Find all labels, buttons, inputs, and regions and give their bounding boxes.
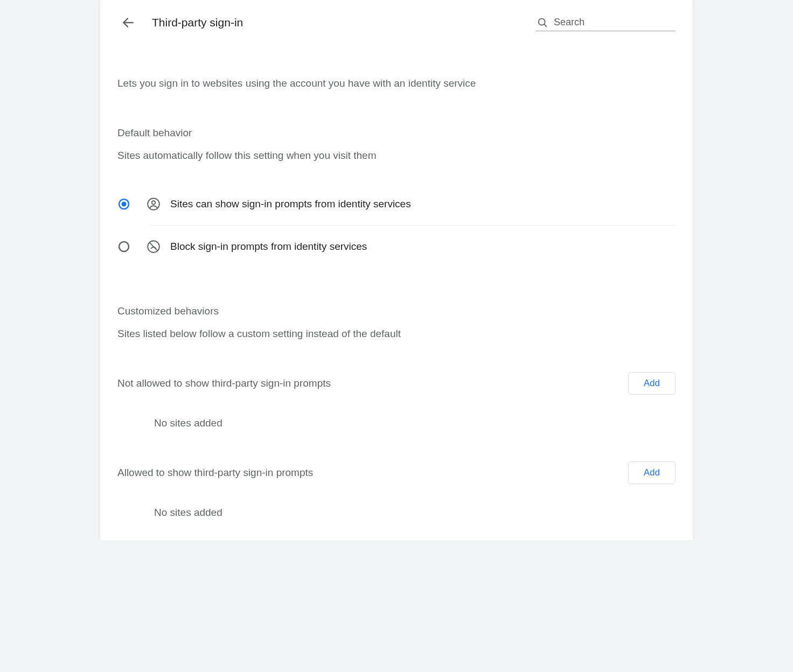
arrow-left-icon bbox=[121, 16, 135, 30]
person-circle-icon bbox=[147, 197, 161, 211]
radio-option-allow[interactable]: Sites can show sign-in prompts from iden… bbox=[117, 183, 676, 225]
search-icon bbox=[537, 17, 548, 29]
allowed-label: Allowed to show third-party sign-in prom… bbox=[117, 467, 313, 479]
not-allowed-empty: No sites added bbox=[154, 417, 676, 429]
search-field[interactable] bbox=[535, 15, 676, 31]
allowed-empty: No sites added bbox=[154, 507, 676, 519]
radio-selected-icon bbox=[117, 198, 130, 211]
radio-option-block[interactable]: Block sign-in prompts from identity serv… bbox=[117, 226, 676, 268]
default-behavior-title: Default behavior bbox=[117, 127, 676, 139]
default-behavior-options: Sites can show sign-in prompts from iden… bbox=[117, 183, 676, 268]
page-title: Third-party sign-in bbox=[152, 16, 523, 29]
settings-panel: Third-party sign-in Lets you sign in to … bbox=[100, 0, 693, 540]
back-button[interactable] bbox=[117, 12, 139, 33]
allowed-row: Allowed to show third-party sign-in prom… bbox=[117, 461, 676, 484]
not-allowed-row: Not allowed to show third-party sign-in … bbox=[117, 372, 676, 395]
not-allowed-label: Not allowed to show third-party sign-in … bbox=[117, 377, 331, 389]
svg-line-2 bbox=[544, 24, 546, 26]
add-not-allowed-button[interactable]: Add bbox=[628, 372, 676, 395]
search-input[interactable] bbox=[554, 17, 679, 28]
page-description: Lets you sign in to websites using the a… bbox=[117, 78, 676, 89]
svg-point-4 bbox=[122, 202, 127, 207]
svg-point-7 bbox=[119, 242, 129, 251]
radio-unselected-icon bbox=[117, 240, 130, 253]
customized-behaviors-subtitle: Sites listed below follow a custom setti… bbox=[117, 328, 676, 340]
radio-option-label: Block sign-in prompts from identity serv… bbox=[170, 241, 367, 253]
customized-behaviors-title: Customized behaviors bbox=[117, 305, 676, 317]
header: Third-party sign-in bbox=[117, 6, 676, 40]
block-icon bbox=[147, 240, 161, 254]
radio-option-label: Sites can show sign-in prompts from iden… bbox=[170, 198, 411, 210]
add-allowed-button[interactable]: Add bbox=[628, 461, 676, 484]
default-behavior-subtitle: Sites automatically follow this setting … bbox=[117, 150, 676, 162]
svg-point-6 bbox=[152, 201, 156, 205]
svg-line-9 bbox=[149, 242, 157, 250]
